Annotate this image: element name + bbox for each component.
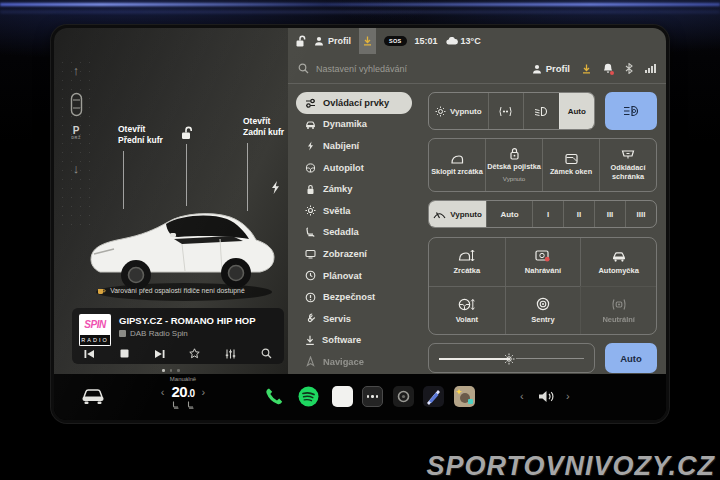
wipers-speed-4[interactable]: IIII [625, 201, 656, 227]
search-placeholder: Nastavení vyhledávání [316, 64, 407, 74]
menu-item-charging[interactable]: Nabíjení [296, 135, 412, 157]
neutral-icon [611, 298, 627, 311]
coffee-cup-icon [97, 286, 106, 295]
wipers-auto-option[interactable]: Auto [486, 201, 532, 227]
menu-item-schedule[interactable]: Plánovat [296, 265, 412, 287]
child-lock-icon [509, 147, 520, 160]
notifications-bell-icon[interactable] [603, 63, 613, 74]
spotify-app-icon[interactable] [298, 386, 319, 407]
parking-lights-option[interactable] [488, 93, 523, 129]
high-beam-button[interactable] [605, 92, 657, 130]
media-player-card[interactable]: SPIN RADIO GIPSY.CZ - ROMANO HIP HOP DAB… [72, 308, 284, 364]
climate-control[interactable]: Manuálně ‹ 20.0 › [146, 376, 220, 409]
wipers-off-option[interactable]: Vypnuto [429, 201, 486, 227]
headlights-auto-option[interactable]: Auto [559, 93, 594, 129]
unlocked-status-icon[interactable] [295, 35, 306, 47]
dashcam-app-icon[interactable] [393, 386, 414, 407]
menu-item-navigation[interactable]: Navigace [296, 351, 412, 373]
stop-button[interactable] [120, 349, 129, 358]
menu-item-dynamics[interactable]: Dynamika [296, 114, 412, 136]
profile-status[interactable]: Profil [314, 36, 351, 46]
brightness-sun-icon[interactable] [503, 353, 515, 365]
low-beam-option[interactable] [523, 93, 558, 129]
mirrors-adjust-button[interactable]: Zrcátka [429, 238, 505, 286]
theater-app-icon[interactable] [423, 386, 444, 407]
unlock-icon[interactable] [180, 126, 193, 140]
headlights-off-option[interactable]: Vypnuto [429, 93, 488, 129]
seat-heater-left-icon[interactable] [172, 401, 180, 409]
settings-search-bar[interactable]: Nastavení vyhledávání Profil [288, 54, 666, 84]
feature-grid: Zrcátka Nahrávání Automyčka Volant [428, 237, 657, 335]
gear-up-arrow-icon: ↑ [73, 64, 80, 77]
headlight-mode-segment: Vypnuto Auto [428, 92, 595, 130]
menu-item-service[interactable]: Servis [296, 308, 412, 330]
sentry-mode-button[interactable]: Sentry [505, 286, 581, 334]
volume-up-chevron[interactable]: › [566, 390, 570, 402]
status-bar: Profil SOS 15:01 13°C [288, 28, 666, 54]
mirror-icon [450, 153, 465, 165]
window-icon [565, 153, 578, 165]
media-search-button[interactable] [261, 348, 272, 359]
temp-decrease-chevron[interactable]: ‹ [161, 386, 165, 398]
settings-menu: Ovládací prvky Dynamika Nabíjení Autopil… [288, 84, 424, 374]
phone-app-icon[interactable] [264, 386, 284, 406]
carwash-button[interactable]: Automyčka [580, 238, 656, 286]
notes-app-icon[interactable] [332, 386, 353, 407]
menu-item-lights[interactable]: Světla [296, 200, 412, 222]
cabin-temperature[interactable]: 20.0 [171, 383, 194, 400]
menu-item-controls[interactable]: Ovládací prvky [296, 92, 412, 114]
wipers-speed-1[interactable]: I [532, 201, 563, 227]
menu-item-autopilot[interactable]: Autopilot [296, 157, 412, 179]
steering-adjust-button[interactable]: Volant [429, 286, 505, 334]
volume-down-chevron[interactable]: ‹ [520, 390, 524, 402]
seat-heater-right-icon[interactable] [187, 401, 195, 409]
menu-item-display[interactable]: Zobrazení [296, 243, 412, 265]
controls-area: Vypnuto Auto [424, 84, 666, 374]
equalizer-button[interactable] [225, 349, 236, 359]
parking-lights-icon [498, 106, 513, 117]
all-apps-button[interactable] [362, 386, 383, 407]
menu-item-seats[interactable]: Sedadla [296, 222, 412, 244]
album-art-spin-text: SPIN [79, 314, 111, 335]
brightness-auto-button[interactable]: Auto [605, 343, 657, 373]
fold-mirrors-button[interactable]: Sklopit zrcátka [429, 139, 485, 191]
volume-icon[interactable] [538, 389, 556, 404]
wipers-speed-3[interactable]: III [594, 201, 625, 227]
favorite-star-button[interactable] [189, 348, 200, 359]
child-lock-button[interactable]: Dětská pojistka Vypnuto [485, 139, 542, 191]
gear-down-arrow-icon: ↓ [73, 162, 80, 175]
temp-increase-chevron[interactable]: › [202, 386, 206, 398]
bottom-launcher: Manuálně ‹ 20.0 › [54, 374, 666, 420]
mirror-adjust-icon [458, 249, 475, 262]
software-update-strip[interactable] [359, 28, 376, 54]
settings-panel: Profil SOS 15:01 13°C [288, 28, 666, 374]
brightness-slider[interactable] [428, 343, 595, 373]
previous-track-button[interactable] [84, 349, 95, 359]
media-source: DAB Radio Spin [119, 329, 188, 338]
quick-actions-row: Sklopit zrcátka Dětská pojistka Vypnuto … [428, 138, 657, 192]
download-icon [363, 36, 372, 46]
next-track-button[interactable] [154, 349, 165, 359]
menu-item-software[interactable]: Software [296, 330, 412, 352]
glovebox-button[interactable]: Odkládací schránka [599, 139, 656, 191]
menu-item-safety[interactable]: Bezpečnost [296, 286, 412, 308]
low-beam-icon [534, 106, 548, 117]
open-front-trunk-button[interactable]: Otevřít Přední kufr [118, 124, 163, 146]
track-title: GIPSY.CZ - ROMANO HIP HOP [119, 315, 256, 326]
toybox-app-icon[interactable] [454, 386, 475, 407]
car-menu-button[interactable] [80, 387, 106, 405]
software-update-icon[interactable] [582, 64, 591, 74]
search-icon [298, 63, 309, 74]
dashcam-recording-button[interactable]: Nahrávání [505, 238, 581, 286]
menu-item-locks[interactable]: Zámky [296, 178, 412, 200]
media-page-dots[interactable] [54, 369, 288, 372]
neutral-mode-button[interactable]: Neutrální [580, 286, 656, 334]
carwash-icon [611, 250, 627, 262]
climate-mode-label: Manuálně [146, 376, 220, 382]
profile-button[interactable]: Profil [532, 63, 570, 74]
sos-badge[interactable]: SOS [384, 36, 407, 46]
window-lock-button[interactable]: Zámek oken [542, 139, 599, 191]
open-rear-trunk-button[interactable]: Otevřít Zadní kufr [243, 116, 284, 138]
bluetooth-icon[interactable] [625, 63, 633, 74]
wipers-speed-2[interactable]: II [563, 201, 594, 227]
